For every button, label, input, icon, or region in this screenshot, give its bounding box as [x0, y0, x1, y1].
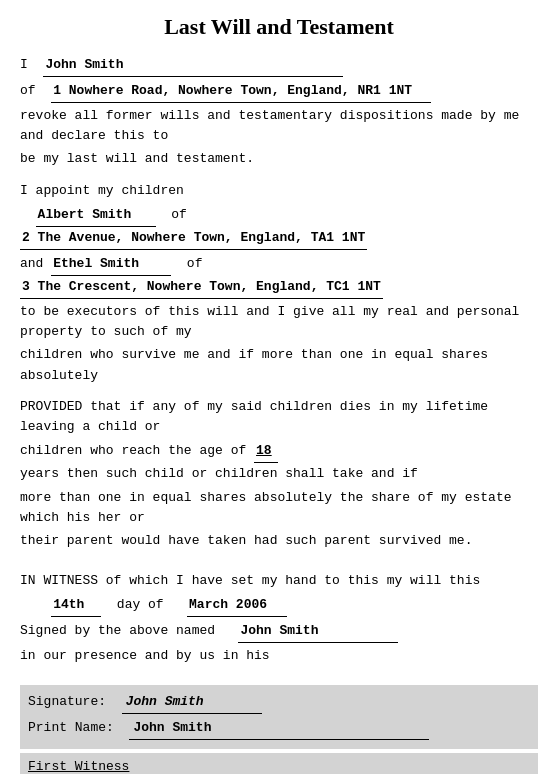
body-text-1: revoke all former wills and testamentary…	[20, 106, 538, 146]
date-month-year: March 2006	[187, 594, 287, 617]
signed-name: John Smith	[238, 620, 398, 643]
date-line: 14th day of March 2006	[20, 594, 538, 617]
date-day: 14th	[51, 594, 101, 617]
child2-address: 3 The Crescent, Nowhere Town, England, T…	[20, 276, 383, 299]
first-witness-section: First Witness Signature: Alfred Jones Pr…	[20, 753, 538, 774]
of-label-2: of	[171, 204, 187, 226]
child2-line: and Ethel Smith of 3 The Crescent, Nowhe…	[20, 253, 538, 299]
and-label: and	[20, 253, 43, 275]
page: Last Will and Testament I John Smith of …	[0, 0, 558, 774]
provided-4: more than one in equal shares absolutely…	[20, 488, 538, 528]
of-label-3: of	[187, 253, 203, 275]
provided-2-line: children who reach the age of 18 years t…	[20, 440, 538, 485]
testator-address: 1 Nowhere Road, Nowhere Town, England, N…	[51, 80, 431, 103]
i-label: I	[20, 54, 28, 76]
provided-5: their parent would have taken had such p…	[20, 531, 538, 551]
signed-label: Signed by the above named	[20, 620, 215, 642]
child1-name: Albert Smith	[36, 204, 156, 227]
child1-address: 2 The Avenue, Nowhere Town, England, TA1…	[20, 227, 367, 250]
day-of-label: day of	[117, 594, 164, 616]
testator-address-line: of 1 Nowhere Road, Nowhere Town, England…	[20, 80, 538, 103]
print-name-row-1: Print Name: John Smith	[28, 717, 530, 740]
child2-name: Ethel Smith	[51, 253, 171, 276]
main-print-name: John Smith	[129, 717, 429, 740]
signature-section: Signature: John Smith Print Name: John S…	[20, 685, 538, 749]
testator-name-line: I John Smith	[20, 54, 538, 77]
age-value: 18	[254, 440, 278, 463]
child1-line: Albert Smith of 2 The Avenue, Nowhere To…	[20, 204, 538, 250]
main-signature: John Smith	[122, 691, 262, 714]
print-label-main: Print Name:	[28, 717, 114, 739]
provided-1: PROVIDED that if any of my said children…	[20, 397, 538, 437]
testator-name: John Smith	[43, 54, 343, 77]
of-label-1: of	[20, 80, 36, 102]
page-title: Last Will and Testament	[20, 14, 538, 40]
sig-label-main: Signature:	[28, 691, 106, 713]
presence-text: in our presence and by us in his	[20, 646, 538, 666]
executor-text-1: to be executors of this will and I give …	[20, 302, 538, 342]
signed-by-line: Signed by the above named John Smith	[20, 620, 538, 643]
sig-row-1: Signature: John Smith	[28, 691, 530, 714]
appoint-text: I appoint my children	[20, 181, 538, 201]
witness-text: IN WITNESS of which I have set my hand t…	[20, 571, 538, 591]
first-witness-title: First Witness	[28, 759, 530, 774]
body-text-2: be my last will and testament.	[20, 149, 538, 169]
executor-text-2: children who survive me and if more than…	[20, 345, 538, 385]
